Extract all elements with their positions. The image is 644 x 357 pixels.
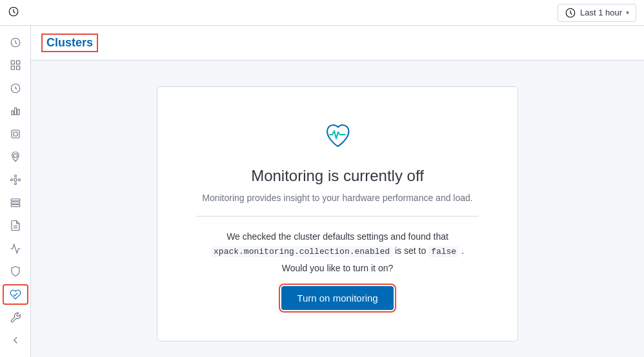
sidebar-item-monitoring[interactable] [3,284,28,305]
turn-on-monitoring-button[interactable]: Turn on monitoring [281,286,393,310]
card-subtitle: Monitoring provides insight to your hard… [202,193,472,203]
sidebar-item-recent[interactable] [3,32,28,53]
card-divider [196,216,479,217]
svg-point-19 [10,179,12,180]
sidebar-collapse-button[interactable] [3,330,28,351]
svg-point-15 [14,154,17,158]
sidebar-item-dashboard[interactable] [3,55,28,76]
code-setting: xpack.monitoring.collection.enabled [211,246,392,257]
svg-point-20 [18,179,20,180]
sidebar-item-logs[interactable] [3,215,28,236]
time-range-picker[interactable]: Last 1 hour ▾ [558,4,636,22]
sidebar-item-discover[interactable] [3,78,28,99]
sidebar-item-management[interactable] [3,307,28,328]
sidebar-item-visualize[interactable] [3,101,28,122]
chevron-down-icon: ▾ [626,9,629,16]
main-content: Monitoring is currently off Monitoring p… [31,61,644,357]
svg-rect-11 [14,108,16,115]
svg-line-9 [15,88,17,90]
svg-rect-12 [17,110,19,115]
svg-rect-10 [12,111,14,115]
svg-point-17 [14,175,16,177]
svg-rect-4 [16,61,19,64]
svg-rect-13 [12,130,19,138]
sidebar-item-canvas[interactable] [3,124,28,144]
page-header: Clusters [31,26,644,61]
time-range-label: Last 1 hour [580,8,622,17]
clock-icon [8,6,19,20]
sidebar-item-siem[interactable] [3,261,28,282]
page-title: Clusters [46,36,93,49]
top-bar-left [8,6,19,20]
svg-point-18 [14,182,16,184]
svg-rect-22 [11,202,20,204]
svg-rect-5 [11,66,14,70]
sidebar-item-infrastructure[interactable] [3,193,28,213]
sidebar [0,26,31,357]
content-area: Clusters Monitoring is currently off [31,26,644,357]
monitoring-card: Monitoring is currently off Monitoring p… [157,86,518,342]
sidebar-item-apm[interactable] [3,238,28,259]
card-heading: Monitoring is currently off [251,167,424,185]
svg-rect-3 [11,61,14,64]
svg-rect-14 [14,132,17,136]
sidebar-item-maps[interactable] [3,147,28,168]
page-title-wrapper: Clusters [41,34,98,52]
svg-rect-6 [16,66,19,70]
card-description: We checked the cluster defaults settings… [211,229,464,259]
main-layout: Clusters Monitoring is currently off [0,26,644,357]
top-bar: Last 1 hour ▾ [0,0,644,26]
svg-rect-21 [11,199,20,201]
monitoring-heart-icon [321,118,354,154]
card-question: Would you like to turn it on? [282,263,394,273]
svg-rect-23 [11,205,20,207]
sidebar-item-ml[interactable] [3,169,28,190]
svg-point-16 [14,179,17,182]
code-value: false [428,246,459,257]
